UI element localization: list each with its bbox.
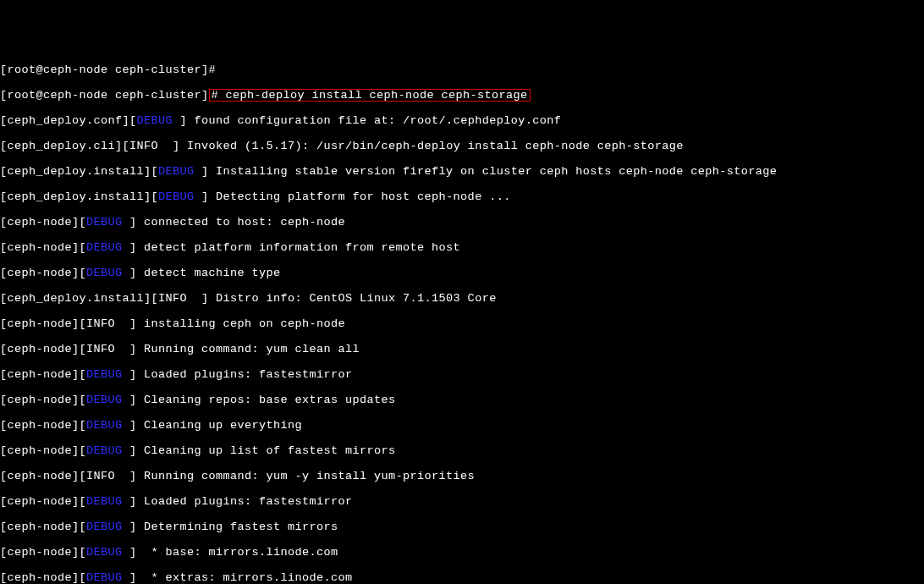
msg: Installing stable version firefly on clu… xyxy=(216,165,777,178)
prompt: [root@ceph-node ceph-cluster] xyxy=(0,89,209,102)
command-highlight-box: # ceph-deploy install ceph-node ceph-sto… xyxy=(209,89,531,102)
hash: # xyxy=(209,63,217,76)
level: DEBUG xyxy=(86,495,123,508)
msg: found configuration file at: /root/.ceph… xyxy=(195,114,562,127)
logger: [ceph-node] xyxy=(0,317,80,330)
msg: Loaded plugins: fastestmirror xyxy=(144,368,353,381)
msg: installing ceph on ceph-node xyxy=(144,317,345,330)
logger: [ceph-node] xyxy=(0,495,80,508)
level: DEBUG xyxy=(86,546,123,559)
msg: Distro info: CentOS Linux 7.1.1503 Core xyxy=(216,292,497,305)
logger: [ceph-node] xyxy=(0,419,80,432)
logger: [ceph-node] xyxy=(0,343,80,355)
logger: [ceph_deploy.install] xyxy=(0,165,151,178)
terminal[interactable]: [root@ceph-node ceph-cluster]# [root@cep… xyxy=(0,51,924,584)
level: DEBUG xyxy=(158,165,195,178)
logger: [ceph-node] xyxy=(0,571,80,584)
level: DEBUG xyxy=(158,190,195,203)
logger: [ceph_deploy.conf] xyxy=(0,114,129,127)
command[interactable]: ceph-deploy install ceph-node ceph-stora… xyxy=(218,89,528,102)
logger: [ceph-node] xyxy=(0,444,80,457)
level: INFO xyxy=(86,317,115,330)
hash: # xyxy=(212,89,219,102)
msg: Cleaning repos: base extras updates xyxy=(144,394,396,406)
logger: [ceph-node] xyxy=(0,546,80,559)
level: INFO xyxy=(86,343,115,355)
logger: [ceph-node] xyxy=(0,267,80,279)
msg: Cleaning up list of fastest mirrors xyxy=(144,444,396,457)
level: INFO xyxy=(158,292,187,305)
msg: detect platform information from remote … xyxy=(144,241,460,254)
level: DEBUG xyxy=(86,521,123,533)
logger: [ceph_deploy.install] xyxy=(0,292,151,305)
level: DEBUG xyxy=(137,114,173,127)
msg: Determining fastest mirrors xyxy=(144,521,338,533)
logger: [ceph-node] xyxy=(0,521,80,533)
level: INFO xyxy=(129,140,158,152)
level: DEBUG xyxy=(86,444,123,457)
msg: connected to host: ceph-node xyxy=(144,216,345,229)
level: DEBUG xyxy=(86,571,123,584)
msg: Running command: yum -y install yum-prio… xyxy=(144,470,475,482)
level: DEBUG xyxy=(86,216,123,229)
msg: Running command: yum clean all xyxy=(144,343,360,355)
msg: Invoked (1.5.17): /usr/bin/ceph-deploy i… xyxy=(187,140,684,152)
level: INFO xyxy=(86,470,115,482)
logger: [ceph_deploy.install] xyxy=(0,190,151,203)
msg: Loaded plugins: fastestmirror xyxy=(144,495,353,508)
level: DEBUG xyxy=(86,419,123,432)
level: DEBUG xyxy=(86,394,123,406)
msg: Cleaning up everything xyxy=(144,419,302,432)
logger: [ceph-node] xyxy=(0,368,80,381)
msg: * base: mirrors.linode.com xyxy=(144,546,338,559)
msg: Detecting platform for host ceph-node ..… xyxy=(216,190,511,203)
msg: * extras: mirrors.linode.com xyxy=(144,571,353,584)
logger: [ceph-node] xyxy=(0,216,80,229)
level: DEBUG xyxy=(86,241,123,254)
logger: [ceph_deploy.cli] xyxy=(0,140,123,152)
level: DEBUG xyxy=(86,267,123,279)
level: DEBUG xyxy=(86,368,123,381)
logger: [ceph-node] xyxy=(0,394,80,406)
logger: [ceph-node] xyxy=(0,241,80,254)
msg: detect machine type xyxy=(144,267,281,279)
prompt: [root@ceph-node ceph-cluster] xyxy=(0,63,209,76)
logger: [ceph-node] xyxy=(0,470,80,482)
